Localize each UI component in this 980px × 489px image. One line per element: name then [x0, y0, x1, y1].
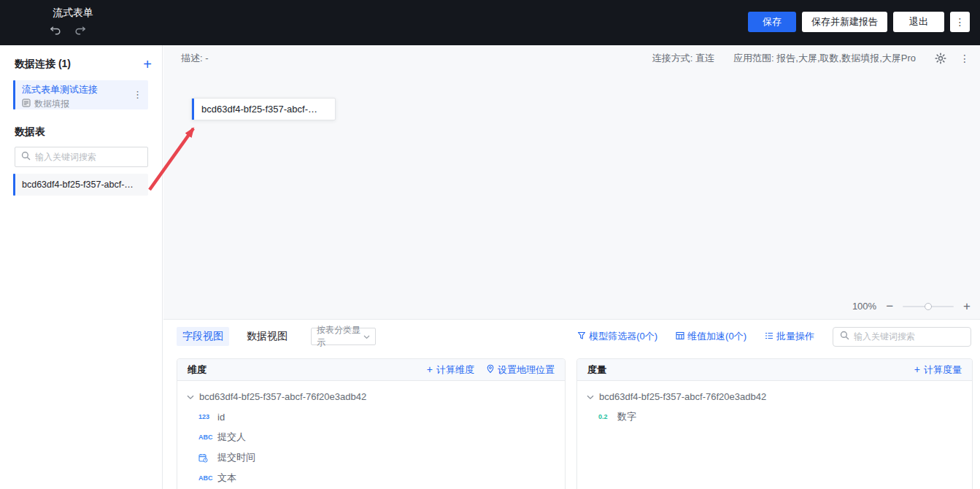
- chevron-down-icon: [187, 390, 194, 403]
- dimension-group-row[interactable]: bcd63df4-bf25-f357-abcf-76f20e3adb42: [177, 386, 565, 407]
- canvas-table-node[interactable]: bcd63df4-bf25-f357-abcf-…: [191, 98, 336, 120]
- add-calc-dimension-button[interactable]: + 计算维度: [427, 363, 474, 377]
- decimal-type-icon: 0.2: [598, 413, 611, 420]
- connect-mode-label: 连接方式: 直连: [652, 52, 714, 65]
- add-calc-measure-button[interactable]: + 计算度量: [914, 363, 962, 377]
- dimension-field-row[interactable]: 提交时间: [177, 447, 565, 468]
- undo-icon[interactable]: [50, 25, 62, 36]
- form-entry-icon: [22, 97, 31, 110]
- measure-field-row[interactable]: 0.2 数字: [577, 407, 972, 427]
- list-check-icon: [765, 331, 773, 342]
- measure-group-row[interactable]: bcd63df4-bf25-f357-abcf-76f20e3adb42: [577, 386, 972, 407]
- add-connection-button[interactable]: +: [143, 57, 152, 72]
- connection-item[interactable]: 流式表单测试连接 数据填报 ⋮: [13, 80, 148, 109]
- model-canvas[interactable]: 描述: - 连接方式: 直连 应用范围: 报告,大屏,取数,数据填报,大屏Pro…: [163, 45, 980, 319]
- dimension-group-label: bcd63df4-bf25-f357-abcf-76f20e3adb42: [199, 391, 366, 402]
- chevron-down-icon: [363, 331, 370, 342]
- header-more-menu-button[interactable]: ⋮: [950, 12, 970, 32]
- text-type-icon: ABC: [198, 434, 212, 441]
- left-sidebar: 数据连接 (1) + 流式表单测试连接 数据填报 ⋮ 数据表 bcd63df4-…: [0, 45, 163, 489]
- connection-type-label: 数据填报: [34, 98, 69, 110]
- sidebar-search-input[interactable]: [35, 152, 142, 162]
- location-pin-icon: [486, 364, 495, 376]
- canvas-node-label: bcd63df4-bf25-f357-abcf-…: [192, 99, 335, 120]
- grid-table-icon: [676, 331, 684, 342]
- kebab-icon: ⋮: [955, 16, 965, 28]
- fields-search-box: [833, 327, 971, 347]
- display-mode-select[interactable]: 按表分类显示: [311, 328, 376, 345]
- fields-search-input[interactable]: [854, 331, 964, 342]
- plus-icon: +: [427, 365, 433, 374]
- connection-name: 流式表单测试连接: [22, 84, 144, 96]
- filter-funnel-icon: [577, 331, 586, 342]
- dimension-field-row[interactable]: 123 id: [177, 407, 565, 427]
- text-type-icon: ABC: [198, 474, 212, 482]
- measure-group-label: bcd63df4-bf25-f357-abcf-76f20e3adb42: [599, 391, 766, 402]
- table-list-item[interactable]: bcd63df4-bf25-f357-abcf-…: [13, 174, 148, 196]
- zoom-slider[interactable]: [903, 302, 954, 311]
- app-header: 流式表单 保存 保存并新建报告 退出 ⋮: [0, 0, 980, 45]
- zoom-level-label: 100%: [852, 301, 876, 312]
- zoom-controls: 100% − +: [852, 300, 971, 312]
- chevron-down-icon: [587, 390, 594, 403]
- page-title: 流式表单: [53, 7, 93, 20]
- display-mode-value: 按表分类显示: [317, 324, 363, 349]
- set-geo-location-button[interactable]: 设置地理位置: [486, 363, 555, 377]
- dimension-field-row[interactable]: ABC 文本: [177, 468, 565, 488]
- data-tables-title: 数据表: [15, 126, 45, 139]
- scope-label: 应用范围: 报告,大屏,取数,数据填报,大屏Pro: [733, 52, 916, 65]
- search-icon: [21, 150, 31, 163]
- fields-panel: 字段视图 数据视图 按表分类显示 模型筛选器(0个) 维值加速(0个): [163, 319, 980, 489]
- exit-button[interactable]: 退出: [893, 12, 944, 32]
- table-name-label: bcd63df4-bf25-f357-abcf-…: [22, 180, 142, 190]
- description-label: 描述: -: [181, 52, 209, 65]
- zoom-out-button[interactable]: −: [886, 300, 893, 312]
- model-filter-button[interactable]: 模型筛选器(0个): [577, 330, 657, 343]
- dimensions-panel: 维度 + 计算维度 设置地理位置 bcd63df4-bf25-: [177, 358, 566, 489]
- measures-panel: 度量 + 计算度量 bcd63df4-bf25-f357-abcf-76f20e…: [576, 358, 973, 489]
- dimensions-title: 维度: [188, 363, 207, 377]
- save-button[interactable]: 保存: [748, 12, 796, 32]
- zoom-in-button[interactable]: +: [963, 300, 971, 312]
- batch-operations-button[interactable]: 批量操作: [765, 330, 814, 343]
- save-and-new-report-button[interactable]: 保存并新建报告: [802, 12, 887, 32]
- data-connections-title: 数据连接 (1): [15, 58, 71, 71]
- settings-gear-icon[interactable]: [935, 53, 946, 64]
- number-type-icon: 123: [198, 413, 212, 420]
- canvas-kebab-icon[interactable]: ⋮: [960, 53, 970, 64]
- redo-icon[interactable]: [74, 25, 86, 36]
- connection-kebab-icon[interactable]: ⋮: [133, 89, 142, 100]
- measures-title: 度量: [587, 363, 606, 377]
- dimension-field-row[interactable]: ABC 提交人: [177, 427, 565, 447]
- datetime-type-icon: [198, 453, 212, 463]
- tab-field-view[interactable]: 字段视图: [177, 327, 229, 346]
- dimension-accel-button[interactable]: 维值加速(0个): [676, 330, 746, 343]
- zoom-slider-handle[interactable]: [925, 303, 932, 310]
- tab-data-view[interactable]: 数据视图: [241, 327, 293, 346]
- plus-icon: +: [914, 365, 920, 374]
- sidebar-search-box: [15, 147, 148, 167]
- search-icon: [840, 330, 849, 343]
